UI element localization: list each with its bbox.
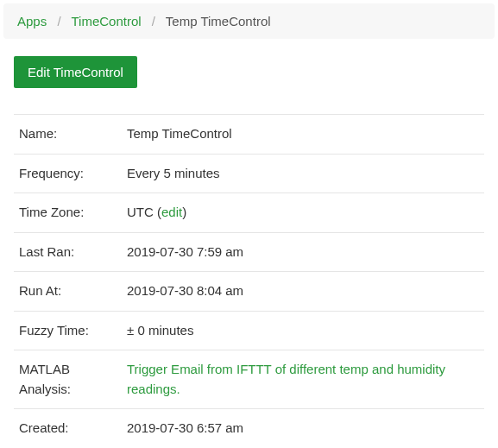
table-row: Time Zone: UTC (edit): [14, 193, 484, 233]
breadcrumb-separator: /: [57, 14, 60, 28]
name-label: Name:: [14, 115, 122, 155]
breadcrumb-separator: /: [152, 14, 155, 28]
table-row: Created: 2019-07-30 6:57 am: [14, 409, 484, 449]
edit-timezone-link[interactable]: edit: [161, 205, 182, 219]
run-at-value: 2019-07-30 8:04 am: [122, 272, 484, 312]
name-value: Temp TimeControl: [122, 115, 484, 155]
table-row: Fuzzy Time: ± 0 minutes: [14, 311, 484, 350]
timezone-value: UTC (edit): [122, 193, 484, 233]
breadcrumb-link-timecontrol[interactable]: TimeControl: [71, 14, 141, 28]
table-row: Run At: 2019-07-30 8:04 am: [14, 272, 484, 312]
details-table: Name: Temp TimeControl Frequency: Every …: [14, 114, 484, 448]
table-row: Name: Temp TimeControl: [14, 115, 484, 155]
matlab-analysis-value: Trigger Email from IFTTT of different te…: [122, 350, 484, 409]
fuzzy-time-value: ± 0 minutes: [122, 311, 484, 350]
run-at-label: Run At:: [14, 272, 122, 312]
timezone-label: Time Zone:: [14, 193, 122, 233]
frequency-value: Every 5 minutes: [122, 154, 484, 193]
table-row: MATLAB Analysis: Trigger Email from IFTT…: [14, 350, 484, 409]
last-ran-value: 2019-07-30 7:59 am: [122, 232, 484, 272]
created-label: Created:: [14, 409, 122, 449]
table-row: Last Ran: 2019-07-30 7:59 am: [14, 232, 484, 272]
last-ran-label: Last Ran:: [14, 232, 122, 272]
created-value: 2019-07-30 6:57 am: [122, 409, 484, 449]
breadcrumb-link-apps[interactable]: Apps: [17, 14, 47, 28]
fuzzy-time-label: Fuzzy Time:: [14, 311, 122, 350]
matlab-analysis-link[interactable]: Trigger Email from IFTTT of different te…: [127, 362, 445, 396]
breadcrumb-current: Temp TimeControl: [166, 14, 271, 28]
edit-timecontrol-button[interactable]: Edit TimeControl: [14, 56, 137, 88]
table-row: Frequency: Every 5 minutes: [14, 154, 484, 193]
matlab-analysis-label: MATLAB Analysis:: [14, 350, 122, 409]
timezone-suffix: ): [182, 205, 186, 219]
frequency-label: Frequency:: [14, 154, 122, 193]
breadcrumb: Apps / TimeControl / Temp TimeControl: [3, 3, 495, 39]
timezone-prefix: UTC (: [127, 205, 161, 219]
